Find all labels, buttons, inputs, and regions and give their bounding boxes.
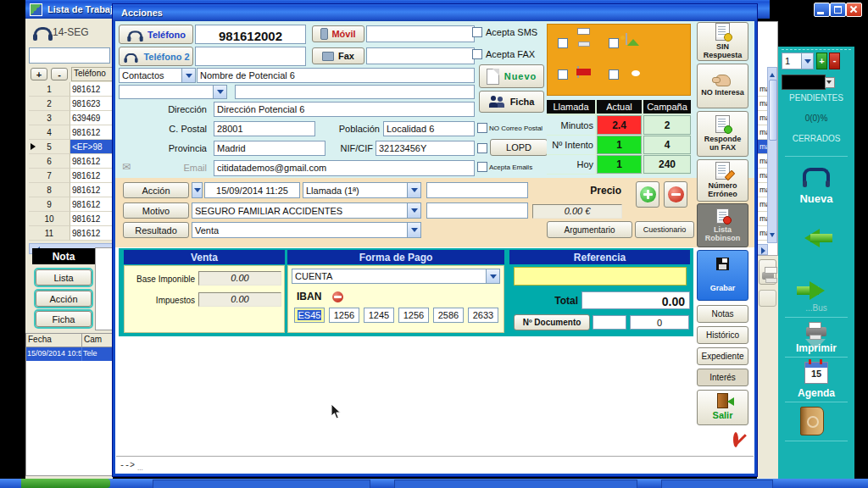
no-call-icon[interactable] (733, 432, 738, 447)
table-row[interactable]: 6981612 (29, 154, 113, 169)
precio-field[interactable]: 0.00 € (532, 204, 622, 219)
address-book-button[interactable] (800, 407, 824, 437)
start-button[interactable] (21, 479, 110, 488)
nombre-field[interactable]: Nombre de Potencial 6 (197, 68, 475, 83)
chevron-down-icon[interactable] (407, 223, 420, 237)
history-row-selected[interactable]: 15/09/2014 10:55 Tele (26, 347, 112, 361)
taskbar-item[interactable] (153, 480, 370, 488)
contact-extra-field[interactable] (235, 85, 475, 99)
price-up-button[interactable] (636, 181, 659, 208)
responde-fax-button[interactable]: Respondeun FAX (697, 111, 748, 157)
chevron-down-icon[interactable] (407, 183, 420, 197)
campaign-search-input[interactable] (29, 47, 110, 64)
table-row[interactable]: 4981612 (29, 125, 113, 140)
poblacion-field[interactable]: Localidad 6 (383, 121, 475, 136)
background-list-hscroll-button[interactable] (757, 244, 768, 255)
total-field[interactable]: 0.00 (581, 291, 690, 309)
fax-field[interactable] (366, 47, 475, 64)
movil-button[interactable]: Móvil (312, 25, 364, 42)
iban-remove-icon[interactable] (332, 291, 343, 302)
grabar-button[interactable]: Grabar (697, 250, 748, 301)
fax-button[interactable]: Fax (312, 47, 364, 64)
accion-button[interactable]: Acción (123, 182, 189, 198)
motivo-button[interactable]: Motivo (123, 202, 189, 219)
background-list-vscrollbar[interactable] (767, 67, 777, 243)
chevron-down-icon[interactable] (192, 183, 202, 197)
telefono-value-field[interactable]: 981612002 (195, 25, 306, 44)
table-row[interactable]: 7981612 (29, 169, 113, 183)
pdf-icon[interactable] (577, 66, 579, 78)
nuevo-button[interactable]: Nuevo (479, 64, 544, 88)
counter-add-button[interactable]: + (816, 53, 827, 69)
ndoc-button[interactable]: Nº Documento (514, 314, 590, 330)
restore-button[interactable] (830, 3, 846, 17)
resultado-button[interactable]: Resultado (123, 222, 189, 238)
chevron-down-icon[interactable] (407, 203, 420, 218)
contact-select[interactable] (119, 85, 227, 99)
arrow-left-icon[interactable] (795, 229, 834, 247)
ndoc-field-1[interactable] (593, 315, 626, 330)
acepta-fax-checkbox[interactable] (472, 49, 482, 59)
table-row[interactable]: 1981612 (29, 82, 113, 97)
counter-select[interactable]: 1 (782, 53, 814, 69)
chevron-down-icon[interactable] (213, 86, 226, 98)
provincia-field[interactable]: Madrid (214, 141, 326, 156)
scroll-up-icon[interactable] (770, 70, 775, 77)
picture-checkbox[interactable] (609, 38, 619, 48)
contactos-select[interactable]: Contactos (119, 68, 196, 83)
chevron-down-icon[interactable] (825, 77, 835, 88)
close-button[interactable] (846, 3, 862, 17)
sin-respuesta-button[interactable]: SINRespuesta (697, 22, 748, 61)
table-row-selected[interactable]: 5<EF>98 (29, 140, 113, 154)
referencia-input[interactable] (514, 267, 687, 286)
iban-field-2[interactable]: 1245 (364, 308, 394, 323)
lopd-button[interactable]: LOPD (490, 139, 548, 156)
counter-remove-button[interactable]: - (829, 53, 840, 69)
pdf-checkbox[interactable] (558, 69, 568, 80)
numero-erroneo-button[interactable]: NúmeroErróneo (697, 159, 748, 202)
ficha-button[interactable]: Ficha (479, 91, 544, 113)
arrow-right-icon[interactable] (795, 281, 834, 300)
iban-field-3[interactable]: 1256 (398, 308, 429, 323)
telefono2-field[interactable] (195, 47, 306, 66)
impuestos-field[interactable]: 0.00 (198, 292, 281, 307)
chevron-down-icon[interactable] (486, 269, 499, 283)
table-row[interactable]: 10981612 (29, 212, 113, 226)
ndoc-field-2[interactable]: 0 (630, 315, 689, 330)
taskbar-item[interactable] (661, 480, 773, 488)
notas-button[interactable]: Notas (697, 305, 748, 323)
nifcif-field[interactable]: 32123456Y (376, 141, 475, 156)
salir-button[interactable]: Salir (697, 390, 748, 425)
no-interesa-button[interactable]: NO Interesa (697, 64, 748, 108)
motivo-extra-field[interactable] (426, 202, 528, 219)
chevron-down-icon[interactable] (801, 53, 813, 69)
cuenta-select[interactable]: CUENTA (292, 269, 500, 284)
taskbar-item[interactable] (394, 480, 637, 488)
picture-icon[interactable] (626, 33, 627, 45)
acciones-titlebar[interactable]: Acciones (113, 4, 757, 21)
cuestionario-button[interactable]: Cuestionario (635, 221, 694, 238)
price-remove-button[interactable] (664, 181, 687, 208)
grid-phone-header[interactable]: Teléfono (71, 67, 113, 81)
imprimir-button[interactable]: Imprimir (778, 320, 854, 356)
iban-field-4[interactable]: 2586 (433, 308, 464, 323)
agent-select[interactable] (782, 75, 826, 90)
base-imponible-field[interactable]: 0.00 (198, 271, 281, 286)
scroll-down-icon[interactable] (770, 233, 775, 240)
acepta-sms-checkbox[interactable] (472, 27, 482, 37)
chevron-down-icon[interactable] (181, 69, 195, 82)
print-checkbox[interactable] (558, 38, 568, 48)
history-campana-header[interactable]: Cam (82, 334, 112, 347)
direccion-field[interactable]: Dirección Potencial 6 (214, 102, 475, 117)
history-fecha-header[interactable]: Fecha (26, 334, 82, 347)
accion-tipo-select[interactable]: Llamada (1ª) (303, 182, 421, 198)
minimize-button[interactable] (814, 3, 830, 17)
scrollbar-thumb[interactable] (769, 80, 777, 141)
telefono-button[interactable]: Teléfono (119, 25, 193, 44)
no-correo-checkbox[interactable] (477, 123, 487, 133)
cpostal-field[interactable]: 28001 (214, 121, 315, 136)
telefono2-button[interactable]: Teléfono 2 (119, 47, 193, 66)
iban-field-0[interactable]: ES45 (294, 308, 325, 323)
nota-lista-button[interactable]: Lista (36, 269, 92, 286)
resultado-select[interactable]: Venta (192, 222, 421, 238)
